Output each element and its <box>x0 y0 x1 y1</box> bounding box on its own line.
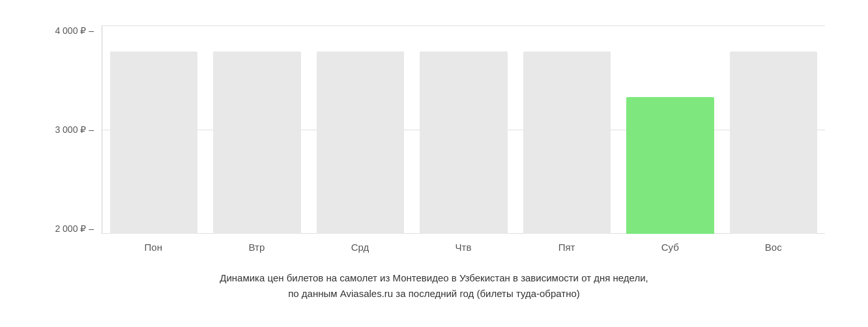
bar-tue <box>213 51 300 234</box>
chart-area: 4 000 ₽ – 3 000 ₽ – 2 000 ₽ – <box>43 25 825 260</box>
chart-container: 4 000 ₽ – 3 000 ₽ – 2 000 ₽ – <box>43 25 825 302</box>
bar-col-sat <box>618 25 721 234</box>
bar-col-thu <box>412 25 515 234</box>
bar-col-sun <box>722 25 825 234</box>
bars-wrapper <box>102 25 825 234</box>
x-label-thu: Чтв <box>412 242 515 253</box>
y-label-3000: 3 000 ₽ – <box>55 124 94 135</box>
bar-col-tue <box>205 25 308 234</box>
y-axis: 4 000 ₽ – 3 000 ₽ – 2 000 ₽ – <box>43 25 102 260</box>
y-label-2000: 2 000 ₽ – <box>55 223 94 234</box>
bar-mon <box>110 51 197 234</box>
bar-col-fri <box>515 25 618 234</box>
x-label-sat: Суб <box>618 242 722 253</box>
x-axis: Пон Втр Срд Чтв Пят Суб Вос <box>102 234 825 260</box>
caption-line1: Динамика цен билетов на самолет из Монте… <box>220 272 648 283</box>
bar-thu <box>420 51 507 234</box>
bar-sat <box>626 97 714 234</box>
x-label-sun: Вос <box>721 242 825 253</box>
bar-sun <box>730 51 817 234</box>
bar-wed <box>317 51 404 234</box>
caption-line2: по данным Aviasales.ru за последний год … <box>288 288 580 299</box>
x-label-fri: Пят <box>515 242 618 253</box>
chart-caption: Динамика цен билетов на самолет из Монте… <box>220 270 648 302</box>
bar-fri <box>523 51 611 234</box>
bars-section: Пон Втр Срд Чтв Пят Суб Вос <box>102 25 825 260</box>
x-label-wed: Срд <box>308 242 412 253</box>
bar-col-mon <box>102 25 205 234</box>
x-labels: Пон Втр Срд Чтв Пят Суб Вос <box>102 242 825 253</box>
bar-col-wed <box>309 25 412 234</box>
y-label-4000: 4 000 ₽ – <box>55 25 94 36</box>
bars-inner <box>102 25 825 234</box>
x-label-mon: Пон <box>102 242 205 253</box>
x-label-tue: Втр <box>205 242 309 253</box>
